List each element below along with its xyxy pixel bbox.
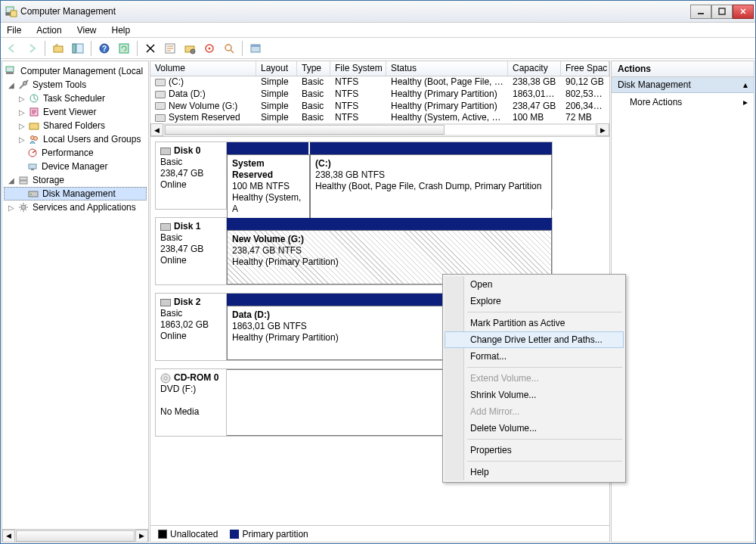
menu-file[interactable]: File [4,25,24,36]
disk-info: CD-ROM 0 DVD (F:) No Media [156,369,227,436]
disk-icon [160,148,171,155]
col-filesystem[interactable]: File System [330,61,386,76]
expand-icon[interactable]: ▷ [17,122,26,130]
drive-icon [155,91,166,98]
expand-icon[interactable]: ▷ [17,95,26,103]
minimize-button[interactable] [690,5,711,19]
scroll-thumb[interactable] [16,530,135,542]
expand-icon[interactable]: ▷ [7,204,16,212]
scroll-thumb[interactable] [165,125,445,135]
tree-performance[interactable]: Performance [4,146,147,160]
menu-view[interactable]: View [74,25,100,36]
col-layout[interactable]: Layout [256,61,297,76]
help-button[interactable]: ? [96,40,113,57]
col-capacity[interactable]: Capacity [508,61,561,76]
forward-button [23,40,40,57]
refresh-button[interactable] [116,40,132,57]
context-menu: Open Explore Mark Partition as Active Ch… [442,274,626,483]
ctx-open[interactable]: Open [445,276,624,293]
partition[interactable]: System Reserved 100 MB NTFS Healthy (Sys… [227,154,310,219]
tree-local-users[interactable]: ▷Local Users and Groups [4,132,147,146]
col-type[interactable]: Type [297,61,330,76]
disk-row[interactable]: Disk 2 Basic 1863,02 GB Online Data (D:)… [155,293,450,361]
svg-rect-28 [29,164,36,169]
volume-row[interactable]: Data (D:)SimpleBasicNTFSHealthy (Primary… [150,88,609,100]
ctx-mark-active[interactable]: Mark Partition as Active [445,315,624,331]
svg-point-21 [23,82,27,85]
partition[interactable]: (C:) 238,38 GB NTFS Healthy (Boot, Page … [310,154,552,219]
tree-services[interactable]: ▷Services and Applications [4,201,147,214]
settings-button[interactable] [181,40,198,57]
scroll-right-icon[interactable]: ▶ [596,123,609,136]
tree-device-manager[interactable]: Device Manager [4,160,147,173]
disk-row[interactable]: CD-ROM 0 DVD (F:) No Media [155,368,450,437]
ctx-format[interactable]: Format... [445,348,624,365]
maximize-button[interactable] [711,5,733,19]
delete-button[interactable] [142,40,159,57]
svg-point-13 [191,49,195,54]
disk-icon [27,188,39,200]
scroll-left-icon[interactable]: ◀ [2,530,15,542]
tree-event-viewer[interactable]: ▷Event Viewer [4,105,147,119]
ctx-shrink-volume[interactable]: Shrink Volume... [445,387,624,403]
collapse-icon[interactable]: ◢ [7,176,16,185]
titlebar[interactable]: Computer Management [1,1,755,23]
toolbar: ? [1,38,755,59]
col-volume[interactable]: Volume [150,61,256,76]
col-free[interactable]: Free Spac [561,61,609,76]
col-status[interactable]: Status [386,61,508,76]
tree-storage[interactable]: ◢Storage [4,173,147,187]
scroll-left-icon[interactable]: ◀ [150,123,163,136]
actions-pane: Actions Disk Management ▴ More Actions ▸ [611,61,754,542]
expand-icon[interactable]: ▷ [17,108,26,117]
scroll-right-icon[interactable]: ▶ [135,530,148,542]
actions-section[interactable]: Disk Management ▴ [612,77,754,93]
show-hide-tree-button[interactable] [70,40,86,57]
ctx-properties[interactable]: Properties [445,442,624,459]
svg-rect-30 [20,177,27,180]
svg-rect-18 [251,45,260,47]
tree-shared-folders[interactable]: ▷Shared Folders [4,119,147,132]
ctx-explore[interactable]: Explore [445,293,624,309]
collapse-icon[interactable]: ◢ [7,81,16,89]
close-button[interactable] [733,5,754,19]
volume-row[interactable]: (C:)SimpleBasicNTFSHealthy (Boot, Page F… [150,76,609,89]
action-button[interactable] [201,40,218,57]
svg-rect-19 [6,67,14,72]
disk-row[interactable]: Disk 0 Basic 238,47 GB Online System Res… [155,141,553,210]
partition-empty[interactable] [227,369,449,436]
actions-header: Actions [612,61,754,77]
expand-icon[interactable]: ▷ [17,135,26,144]
clock-icon [28,92,40,104]
volume-scrollbar[interactable]: ◀ ▶ [150,123,609,136]
menu-action[interactable]: Action [33,25,64,36]
legend-swatch-unallocated [158,530,167,539]
partition[interactable]: Data (D:) 1863,01 GB NTFS Healthy (Prima… [227,306,449,360]
tree-root[interactable]: Computer Management (Local [4,64,147,78]
svg-rect-29 [31,169,34,170]
ctx-change-drive-letter[interactable]: Change Drive Letter and Paths... [445,331,624,348]
cdrom-icon [160,373,171,384]
volume-row[interactable]: New Volume (G:)SimpleBasicNTFSHealthy (P… [150,100,609,112]
disk-info: Disk 2 Basic 1863,02 GB Online [156,294,227,360]
tree-scrollbar[interactable]: ◀ ▶ [2,529,148,542]
folder-icon [28,120,40,132]
legend-swatch-primary [230,530,239,539]
ctx-help[interactable]: Help [445,464,624,480]
disk-icon [160,223,171,231]
ctx-delete-volume[interactable]: Delete Volume... [445,420,624,437]
svg-point-16 [225,45,231,51]
svg-rect-20 [6,72,14,74]
tree-task-scheduler[interactable]: ▷Task Scheduler [4,92,147,105]
view-button[interactable] [247,40,264,57]
volume-row[interactable]: System ReservedSimpleBasicNTFSHealthy (S… [150,111,609,123]
search-button[interactable] [221,40,237,57]
menu-help[interactable]: Help [109,25,134,36]
properties-button[interactable] [162,40,178,57]
disk-info: Disk 1 Basic 238,47 GB Online [156,218,227,284]
tree-disk-management[interactable]: Disk Management [4,187,147,201]
tree-system-tools[interactable]: ◢System Tools [4,78,147,92]
actions-more[interactable]: More Actions ▸ [612,93,754,111]
up-level-button[interactable] [50,40,67,57]
svg-point-33 [30,194,32,195]
